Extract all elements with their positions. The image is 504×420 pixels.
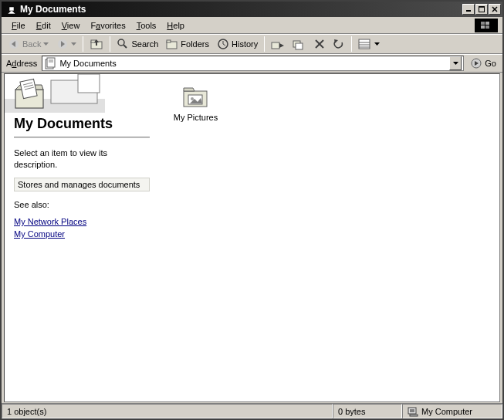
titlebar: My Documents [2, 2, 502, 17]
window-title: My Documents [20, 4, 462, 15]
statusbar: 1 object(s) 0 bytes My Computer [2, 403, 502, 418]
mydocuments-icon [44, 57, 56, 69]
svg-marker-44 [453, 62, 458, 65]
svg-rect-8 [485, 22, 489, 25]
chevron-down-icon [43, 42, 49, 47]
svg-rect-1 [9, 7, 14, 11]
back-arrow-icon [8, 38, 20, 50]
chevron-down-icon [374, 42, 380, 47]
address-value: My Documents [59, 59, 116, 68]
link-my-computer[interactable]: My Computer [5, 229, 159, 242]
history-icon [217, 38, 229, 50]
menubar: File Edit View Favorites Tools Help [2, 17, 502, 34]
up-folder-icon [90, 38, 103, 50]
minimize-button[interactable] [462, 4, 475, 15]
menu-tools[interactable]: Tools [131, 19, 162, 32]
copyto-button[interactable] [289, 36, 310, 52]
chevron-down-icon [453, 61, 458, 66]
toolbar: Back Search Folders History [2, 34, 502, 54]
menu-file[interactable]: File [6, 19, 31, 32]
search-button[interactable]: Search [113, 36, 161, 52]
delete-icon [314, 39, 325, 49]
svg-rect-20 [96, 42, 97, 46]
svg-rect-31 [296, 43, 303, 49]
folder-item[interactable]: My Pictures [167, 82, 225, 394]
explorer-window: My Documents File Edit View Favorites To… [0, 0, 504, 420]
app-icon [5, 3, 18, 15]
views-icon [358, 38, 372, 50]
panel-divider [14, 137, 150, 138]
panel-see-also: See also: [5, 199, 159, 217]
menu-edit[interactable]: Edit [31, 19, 56, 32]
address-input[interactable]: My Documents [42, 56, 464, 71]
status-objects: 1 object(s) [2, 404, 333, 418]
panel-banner [5, 74, 159, 113]
svg-point-21 [118, 39, 124, 46]
folders-icon [166, 38, 178, 50]
svg-rect-9 [481, 25, 485, 29]
address-label: Address [5, 59, 39, 68]
forward-arrow-icon [56, 38, 69, 50]
menu-help[interactable]: Help [161, 19, 190, 32]
svg-rect-7 [481, 22, 485, 25]
search-icon [117, 38, 129, 50]
address-dropdown[interactable] [449, 56, 462, 70]
content-area: My Documents Select an item to view its … [4, 73, 500, 402]
info-panel: My Documents Select an item to view its … [5, 74, 159, 401]
menu-favorites[interactable]: Favorites [85, 19, 130, 32]
close-button[interactable] [489, 4, 501, 15]
svg-line-27 [223, 44, 225, 46]
history-button[interactable]: History [214, 36, 261, 52]
svg-rect-50 [78, 74, 100, 93]
folders-button[interactable]: Folders [163, 36, 212, 52]
computer-icon [408, 406, 418, 417]
svg-rect-41 [47, 58, 55, 67]
go-icon [470, 57, 482, 69]
go-button[interactable]: Go [467, 57, 499, 69]
folder-label: My Pictures [167, 111, 225, 122]
svg-line-22 [123, 45, 127, 48]
file-list[interactable]: My Pictures [159, 74, 499, 401]
forward-button[interactable] [53, 36, 79, 52]
status-location: My Computer [402, 404, 502, 418]
folder-icon [167, 82, 225, 111]
svg-point-60 [191, 97, 194, 100]
svg-rect-28 [272, 42, 279, 49]
link-my-network-places[interactable]: My Network Places [5, 217, 159, 229]
address-bar: Address My Documents Go [2, 54, 502, 73]
panel-description: Stores and manages documents [14, 178, 150, 191]
svg-marker-29 [279, 43, 284, 48]
menu-view[interactable]: View [56, 19, 86, 32]
copyto-icon [293, 38, 306, 50]
moveto-icon [271, 38, 285, 50]
svg-marker-16 [71, 42, 76, 46]
svg-rect-10 [485, 25, 489, 29]
window-controls [462, 4, 501, 15]
svg-rect-64 [410, 415, 418, 416]
svg-marker-39 [374, 42, 380, 46]
chevron-down-icon [71, 42, 76, 47]
back-button[interactable]: Back [5, 36, 52, 52]
svg-rect-63 [410, 409, 414, 412]
undo-button[interactable] [330, 36, 348, 52]
windows-flag-icon [475, 19, 498, 32]
panel-title: My Documents [5, 113, 159, 137]
panel-select-prompt: Select an item to view its description. [5, 147, 159, 178]
status-size: 0 bytes [333, 404, 402, 418]
svg-marker-13 [43, 42, 49, 46]
svg-rect-24 [167, 40, 171, 42]
views-button[interactable] [355, 36, 383, 52]
delete-button[interactable] [311, 36, 328, 52]
moveto-button[interactable] [268, 36, 288, 52]
maximize-button[interactable] [475, 4, 488, 15]
up-button[interactable] [86, 36, 107, 52]
undo-icon [333, 38, 345, 50]
svg-marker-58 [184, 88, 194, 91]
